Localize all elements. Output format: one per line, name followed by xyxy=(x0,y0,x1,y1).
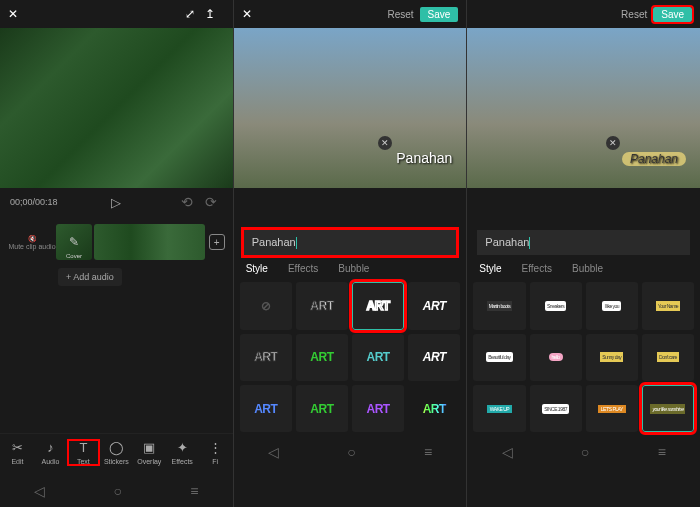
preview-video[interactable]: ✕ Panahan xyxy=(467,28,700,188)
style-art-2[interactable]: ART xyxy=(352,282,404,329)
style-grid: ⊘ ART ART ART ART ART ART ART ART ART AR… xyxy=(234,278,467,436)
nav-home-icon[interactable]: ○ xyxy=(114,483,122,499)
time-bar: 00;00/00:18 ▷ ⟲ ⟳ xyxy=(0,188,233,216)
tab-effects[interactable]: Effects xyxy=(522,263,552,274)
system-nav: ◁ ○ ≡ xyxy=(234,436,467,468)
cover-thumb[interactable]: ✎ Cover xyxy=(56,224,92,260)
nav-back-icon[interactable]: ◁ xyxy=(34,483,45,499)
nav-recent-icon[interactable]: ≡ xyxy=(658,444,666,460)
bubble-grid: Martin boots Sneakers I like you Your Na… xyxy=(467,278,700,436)
mute-icon[interactable]: 🔇 xyxy=(8,235,56,243)
bubble-7[interactable]: Sunny day xyxy=(586,334,638,381)
mute-label: Mute clip audio xyxy=(8,243,56,250)
preview-video[interactable] xyxy=(0,28,233,188)
close-icon[interactable]: ✕ xyxy=(242,7,252,21)
text-tabs: Style Effects Bubble xyxy=(234,255,467,278)
caption-text[interactable]: Panahan xyxy=(622,152,686,166)
tab-effects[interactable]: Effects xyxy=(288,263,318,274)
style-art-4[interactable]: ART xyxy=(240,334,292,381)
undo-icon[interactable]: ⟲ xyxy=(181,194,193,210)
style-art-10[interactable]: ART xyxy=(352,385,404,432)
tool-edit[interactable]: ✂Edit xyxy=(2,440,33,465)
editor-panel-bubble: Reset Save ✕ Panahan Panahan Style Effec… xyxy=(467,0,700,507)
add-clip-button[interactable]: + xyxy=(209,234,225,250)
caption-close-icon[interactable]: ✕ xyxy=(606,136,620,150)
cover-label: Cover xyxy=(66,253,82,259)
video-clip[interactable] xyxy=(94,224,205,260)
style-none[interactable]: ⊘ xyxy=(240,282,292,329)
reset-button[interactable]: Reset xyxy=(387,9,413,20)
time-current: 00;00 xyxy=(10,197,33,207)
editor-panel-main: ✕ ⤢ ↥ 00;00/00:18 ▷ ⟲ ⟳ 🔇 Mute clip audi… xyxy=(0,0,234,507)
editor-panel-style: ✕ Reset Save ✕ Panahan Panahan Style Eff… xyxy=(234,0,468,507)
expand-icon[interactable]: ⤢ xyxy=(185,7,195,21)
style-art-7[interactable]: ART xyxy=(408,334,460,381)
nav-recent-icon[interactable]: ≡ xyxy=(424,444,432,460)
bubble-2[interactable]: Sneakers xyxy=(530,282,582,329)
nav-back-icon[interactable]: ◁ xyxy=(502,444,513,460)
bubble-3[interactable]: I like you xyxy=(586,282,638,329)
close-icon[interactable]: ✕ xyxy=(8,7,18,21)
nav-home-icon[interactable]: ○ xyxy=(347,444,355,460)
text-input[interactable]: Panahan xyxy=(477,230,690,255)
caption-text[interactable]: Panahan xyxy=(396,150,452,166)
cover-icon: ✎ xyxy=(69,235,79,249)
topbar: Reset Save xyxy=(467,0,700,28)
bubble-5[interactable]: Beautiful day xyxy=(473,334,525,381)
bubble-8[interactable]: Don't care xyxy=(642,334,694,381)
style-art-3[interactable]: ART xyxy=(408,282,460,329)
tool-stickers[interactable]: ◯Stickers xyxy=(101,440,132,465)
text-input-value: Panahan xyxy=(485,236,529,248)
style-art-9[interactable]: ART xyxy=(296,385,348,432)
tab-style[interactable]: Style xyxy=(479,263,501,274)
nav-recent-icon[interactable]: ≡ xyxy=(190,483,198,499)
style-art-6[interactable]: ART xyxy=(352,334,404,381)
style-art-1[interactable]: ART xyxy=(296,282,348,329)
save-button[interactable]: Save xyxy=(420,7,459,22)
topbar: ✕ ⤢ ↥ xyxy=(0,0,233,28)
share-icon[interactable]: ↥ xyxy=(205,7,215,21)
text-tabs: Style Effects Bubble xyxy=(467,255,700,278)
system-nav: ◁ ○ ≡ xyxy=(0,475,233,507)
tool-text[interactable]: TText xyxy=(68,440,99,465)
tool-audio[interactable]: ♪Audio xyxy=(35,440,66,465)
tool-more[interactable]: ⋮Fi xyxy=(200,440,231,465)
bubble-4[interactable]: Your Name xyxy=(642,282,694,329)
timeline-tracks: 🔇 Mute clip audio ✎ Cover + + Add audio xyxy=(0,216,233,433)
tool-effects[interactable]: ✦Effects xyxy=(167,440,198,465)
style-art-11[interactable]: ART xyxy=(408,385,460,432)
tool-bar: ✂Edit ♪Audio TText ◯Stickers ▣Overlay ✦E… xyxy=(0,433,233,475)
tab-bubble[interactable]: Bubble xyxy=(338,263,369,274)
bubble-9[interactable]: WAKE UP xyxy=(473,385,525,432)
tab-bubble[interactable]: Bubble xyxy=(572,263,603,274)
bubble-6[interactable]: hello xyxy=(530,334,582,381)
bubble-11[interactable]: LET'S PLAY xyxy=(586,385,638,432)
add-audio-button[interactable]: + Add audio xyxy=(58,268,122,286)
tool-overlay[interactable]: ▣Overlay xyxy=(134,440,165,465)
bubble-10[interactable]: SINCE 1987 xyxy=(530,385,582,432)
preview-video[interactable]: ✕ Panahan xyxy=(234,28,467,188)
bubble-12[interactable]: your like sunshine xyxy=(642,385,694,432)
reset-button[interactable]: Reset xyxy=(621,9,647,20)
caption-close-icon[interactable]: ✕ xyxy=(378,136,392,150)
topbar: ✕ Reset Save xyxy=(234,0,467,28)
text-input-value: Panahan xyxy=(252,236,296,248)
tab-style[interactable]: Style xyxy=(246,263,268,274)
nav-home-icon[interactable]: ○ xyxy=(581,444,589,460)
style-art-8[interactable]: ART xyxy=(240,385,292,432)
nav-back-icon[interactable]: ◁ xyxy=(268,444,279,460)
time-total: 00:18 xyxy=(35,197,58,207)
style-art-5[interactable]: ART xyxy=(296,334,348,381)
save-button[interactable]: Save xyxy=(653,7,692,22)
redo-icon[interactable]: ⟳ xyxy=(205,194,217,210)
bubble-1[interactable]: Martin boots xyxy=(473,282,525,329)
play-icon[interactable]: ▷ xyxy=(111,195,121,210)
system-nav: ◁ ○ ≡ xyxy=(467,436,700,468)
text-input[interactable]: Panahan xyxy=(244,230,457,255)
